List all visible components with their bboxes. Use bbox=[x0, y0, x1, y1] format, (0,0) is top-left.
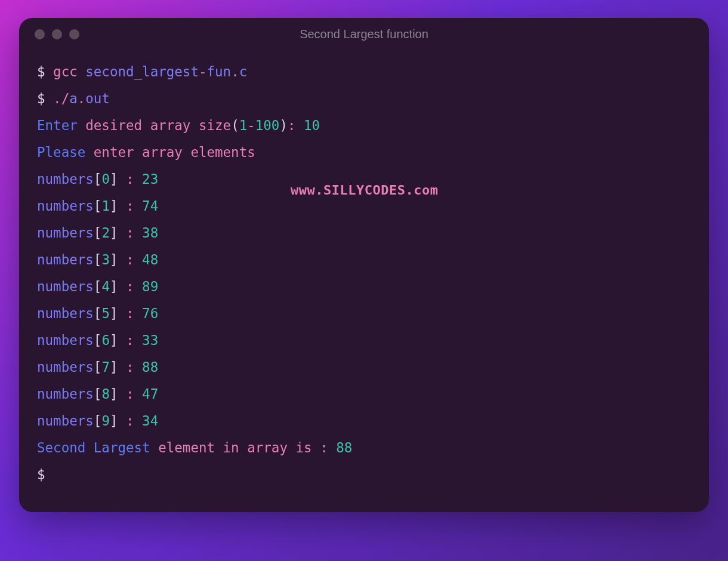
bracket: ] bbox=[110, 332, 118, 348]
index: 7 bbox=[101, 359, 110, 375]
colon: : bbox=[288, 118, 304, 133]
bracket: [ bbox=[94, 252, 102, 267]
array-rows: numbers[0] : 23numbers[1] : 74numbers[2]… bbox=[37, 166, 691, 434]
word: enter array elements bbox=[94, 144, 255, 160]
word: element in array is bbox=[158, 440, 320, 455]
array-row: numbers[5] : 76 bbox=[37, 300, 691, 327]
bracket: ] bbox=[110, 198, 118, 214]
sep: : bbox=[118, 359, 142, 375]
bracket: ] bbox=[110, 225, 118, 241]
dash: - bbox=[247, 118, 255, 133]
word: Enter bbox=[37, 118, 85, 133]
bracket: [ bbox=[94, 359, 102, 375]
prompt-line: $ bbox=[37, 461, 691, 488]
array-row: numbers[4] : 89 bbox=[37, 273, 691, 300]
cmd-rest: fun bbox=[206, 64, 231, 79]
cmd-dash: - bbox=[199, 64, 207, 79]
result-line: Second Largest element in array is : 88 bbox=[37, 434, 691, 461]
array-row: numbers[2] : 38 bbox=[37, 220, 691, 246]
sep: : bbox=[118, 413, 142, 429]
num: 100 bbox=[255, 118, 280, 133]
sep: : bbox=[118, 386, 142, 402]
colon: : bbox=[320, 440, 336, 455]
numbers-word: numbers bbox=[37, 171, 94, 187]
index: 6 bbox=[101, 332, 110, 348]
numbers-word: numbers bbox=[37, 279, 94, 294]
bracket: ] bbox=[110, 279, 118, 294]
bracket: [ bbox=[94, 386, 102, 402]
prompt-symbol: $ bbox=[37, 64, 53, 79]
value: 34 bbox=[142, 413, 158, 429]
value: 48 bbox=[142, 252, 158, 267]
index: 1 bbox=[101, 198, 110, 214]
cmd-out: out bbox=[85, 91, 110, 106]
sep: : bbox=[118, 198, 142, 214]
numbers-word: numbers bbox=[37, 332, 94, 348]
watermark: www.SILLYCODES.com bbox=[291, 177, 438, 204]
command-line: $ ./a.out bbox=[37, 85, 691, 112]
sep: : bbox=[118, 279, 142, 294]
terminal-body[interactable]: www.SILLYCODES.com $ gcc second_largest-… bbox=[19, 50, 709, 512]
value: 10 bbox=[304, 118, 320, 133]
index: 3 bbox=[101, 252, 110, 267]
value: 47 bbox=[142, 386, 158, 402]
value: 89 bbox=[142, 279, 158, 294]
paren: ( bbox=[231, 118, 239, 133]
sep: : bbox=[118, 306, 142, 321]
value: 88 bbox=[336, 440, 352, 455]
numbers-word: numbers bbox=[37, 225, 94, 241]
close-icon[interactable] bbox=[35, 29, 45, 39]
cmd-tool: gcc bbox=[53, 64, 85, 79]
sep: : bbox=[118, 171, 142, 187]
cmd-file: second_largest bbox=[85, 64, 199, 79]
paren: ) bbox=[279, 118, 288, 133]
bracket: [ bbox=[94, 198, 102, 214]
window-title: Second Largest function bbox=[19, 27, 709, 41]
array-row: numbers[9] : 34 bbox=[37, 408, 691, 434]
numbers-word: numbers bbox=[37, 413, 94, 429]
bracket: [ bbox=[94, 171, 102, 187]
index: 9 bbox=[101, 413, 110, 429]
bracket: ] bbox=[110, 413, 118, 429]
value: 38 bbox=[142, 225, 158, 241]
maximize-icon[interactable] bbox=[69, 29, 79, 39]
numbers-word: numbers bbox=[37, 386, 94, 402]
numbers-word: numbers bbox=[37, 252, 94, 267]
titlebar: Second Largest function bbox=[19, 18, 709, 50]
bracket: ] bbox=[110, 252, 118, 267]
terminal-window: Second Largest function www.SILLYCODES.c… bbox=[19, 18, 709, 512]
word: Please bbox=[37, 144, 94, 160]
array-row: numbers[3] : 48 bbox=[37, 246, 691, 273]
index: 8 bbox=[101, 386, 110, 402]
value: 74 bbox=[142, 198, 158, 214]
cmd-ext: c bbox=[239, 64, 248, 79]
word: desired array size bbox=[85, 118, 231, 133]
output-line: Please enter array elements bbox=[37, 139, 691, 166]
index: 5 bbox=[101, 306, 110, 321]
bracket: ] bbox=[110, 171, 118, 187]
index: 0 bbox=[101, 171, 110, 187]
array-row: numbers[6] : 33 bbox=[37, 327, 691, 354]
minimize-icon[interactable] bbox=[52, 29, 62, 39]
num: 1 bbox=[239, 118, 248, 133]
output-line: Enter desired array size(1-100): 10 bbox=[37, 112, 691, 139]
bracket: [ bbox=[94, 332, 102, 348]
sep: : bbox=[118, 252, 142, 267]
value: 23 bbox=[142, 171, 158, 187]
bracket: ] bbox=[110, 306, 118, 321]
numbers-word: numbers bbox=[37, 359, 94, 375]
bracket: [ bbox=[94, 279, 102, 294]
cmd-dot: . bbox=[231, 64, 239, 79]
value: 76 bbox=[142, 306, 158, 321]
cmd-dot2: . bbox=[78, 91, 86, 106]
sep: : bbox=[118, 225, 142, 241]
command-line: $ gcc second_largest-fun.c bbox=[37, 58, 691, 85]
array-row: numbers[7] : 88 bbox=[37, 354, 691, 381]
array-row: numbers[8] : 47 bbox=[37, 381, 691, 408]
bracket: [ bbox=[94, 306, 102, 321]
sep: : bbox=[118, 332, 142, 348]
bracket: [ bbox=[94, 413, 102, 429]
index: 4 bbox=[101, 279, 110, 294]
word: Second Largest bbox=[37, 440, 158, 455]
cmd-a: a bbox=[69, 91, 78, 106]
